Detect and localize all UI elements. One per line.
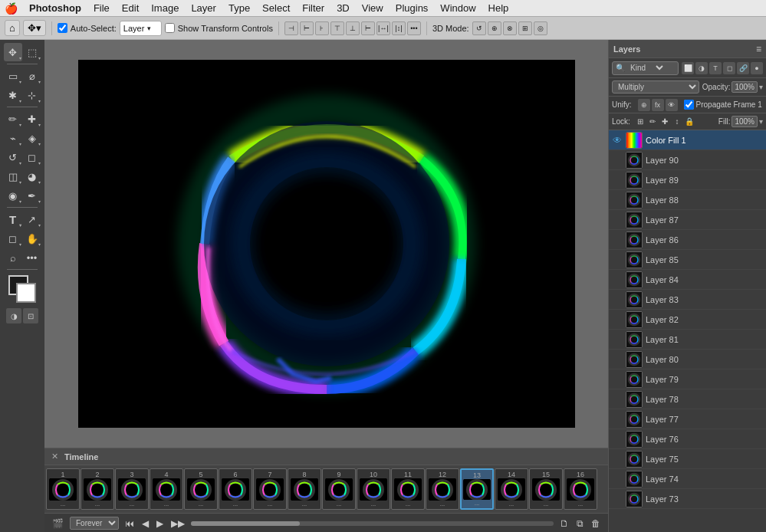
filter-shape-icon[interactable]: ◻ [723, 62, 735, 74]
show-transform-checkbox[interactable] [165, 23, 175, 33]
lock-position-icon[interactable]: ✏ [647, 117, 658, 127]
loop-select[interactable]: Forever Once 3 Times [70, 517, 119, 530]
layer-item-10[interactable]: Layer 81 [609, 330, 766, 350]
menu-edit[interactable]: Edit [117, 1, 144, 15]
filter-selected-icon[interactable]: ● [751, 62, 763, 74]
frame-item-16[interactable]: 16 ... [564, 468, 597, 510]
frame-item-10[interactable]: 10 ... [357, 468, 390, 510]
fill-arrow-icon[interactable]: ▾ [759, 117, 763, 126]
type-tool[interactable]: T▾ [4, 210, 22, 228]
align-bottom-icon[interactable]: ⊢ [361, 21, 375, 35]
menu-plugins[interactable]: Plugins [390, 1, 434, 15]
layer-visibility-icon[interactable] [612, 494, 623, 504]
layer-item-17[interactable]: Layer 74 [609, 469, 766, 489]
move-options-button[interactable]: ✥▾ [23, 20, 46, 36]
dodge-tool[interactable]: ◉▾ [4, 186, 22, 205]
prev-frame-button[interactable]: ◀ [140, 517, 150, 530]
history-brush-tool[interactable]: ↺▾ [4, 148, 22, 166]
filter-smart-icon[interactable]: 🔗 [737, 62, 749, 74]
duplicate-button[interactable]: ⧉ [575, 517, 585, 530]
shape-tool[interactable]: ◻▾ [4, 229, 22, 248]
quick-select-tool[interactable]: ✱▾ [4, 86, 22, 104]
menu-type[interactable]: Type [223, 1, 255, 15]
frame-item-12[interactable]: 12 ... [426, 468, 459, 510]
screen-mode-icon[interactable]: ⊡ [23, 308, 38, 323]
layer-item-8[interactable]: Layer 83 [609, 290, 766, 310]
align-right-icon[interactable]: ⊦ [315, 21, 329, 35]
layer-item-14[interactable]: Layer 77 [609, 409, 766, 429]
menu-select[interactable]: Select [257, 1, 295, 15]
3d-rotate-icon[interactable]: ↺ [472, 21, 486, 35]
opacity-value[interactable]: 100% [731, 81, 758, 93]
frame-item-13[interactable]: 13 ... [460, 468, 494, 510]
layer-item-5[interactable]: Layer 86 [609, 230, 766, 250]
lock-icon[interactable]: 🔒 [684, 117, 695, 127]
add-media-button[interactable]: 🎬 [51, 517, 65, 530]
more-align-icon[interactable]: ••• [407, 21, 421, 35]
menu-layer[interactable]: Layer [186, 1, 222, 15]
layer-visibility-icon[interactable] [612, 294, 623, 305]
background-color[interactable] [16, 283, 36, 303]
layer-item-6[interactable]: Layer 85 [609, 250, 766, 270]
opacity-arrow-icon[interactable]: ▾ [759, 83, 763, 91]
layer-item-7[interactable]: Layer 84 [609, 270, 766, 290]
menu-image[interactable]: Image [146, 1, 184, 15]
play-button[interactable]: ▶ [155, 517, 165, 530]
layer-visibility-icon[interactable] [612, 175, 623, 186]
timeline-frames[interactable]: 1 ... 2 ... 3 [44, 465, 608, 513]
path-select-tool[interactable]: ↗▾ [23, 210, 41, 228]
layer-visibility-icon[interactable] [612, 235, 623, 245]
layers-list[interactable]: 👁 Color Fill 1 Layer 90 Layer 89 Layer 8… [609, 130, 766, 532]
menu-window[interactable]: Window [435, 1, 481, 15]
eraser-tool[interactable]: ◻▾ [23, 148, 41, 166]
unify-visibility-icon[interactable]: 👁 [666, 99, 678, 111]
menu-view[interactable]: View [357, 1, 389, 15]
layer-item-9[interactable]: Layer 82 [609, 310, 766, 330]
menu-3d[interactable]: 3D [331, 1, 355, 15]
layer-item-0[interactable]: 👁 Color Fill 1 [609, 130, 766, 150]
zoom-tool[interactable]: ⌕ [4, 248, 22, 267]
first-frame-button[interactable]: ⏮ [123, 517, 136, 530]
clone-tool[interactable]: ◈▾ [23, 129, 41, 147]
filter-adjust-icon[interactable]: ◑ [695, 62, 708, 74]
filter-type-icon[interactable]: T [709, 62, 722, 74]
frame-item-5[interactable]: 5 ... [184, 468, 218, 510]
distribute-icon[interactable]: |↔| [376, 21, 390, 35]
frame-item-15[interactable]: 15 ... [529, 468, 563, 510]
lock-artboard-icon[interactable]: ✚ [659, 117, 670, 127]
align-top-icon[interactable]: ⊤ [330, 21, 344, 35]
new-frame-button[interactable]: 🗋 [558, 517, 570, 530]
gradient-tool[interactable]: ◫▾ [4, 167, 22, 186]
layer-item-12[interactable]: Layer 79 [609, 369, 766, 389]
layer-visibility-icon[interactable] [612, 414, 623, 425]
lock-all-icon[interactable]: ↕ [672, 117, 682, 127]
rect-select-tool[interactable]: ▭▾ [4, 67, 22, 85]
quick-mask-icon[interactable]: ◑ [6, 308, 21, 323]
align-center-v-icon[interactable]: ⊥ [346, 21, 360, 35]
layer-item-2[interactable]: Layer 89 [609, 170, 766, 190]
filter-kind-dropdown[interactable]: Kind Name Effect [625, 62, 666, 74]
blur-tool[interactable]: ◕▾ [23, 167, 41, 186]
home-button[interactable]: ⌂ [5, 20, 20, 36]
layer-item-15[interactable]: Layer 76 [609, 429, 766, 449]
layer-visibility-icon[interactable] [612, 314, 623, 325]
next-frame-button[interactable]: ▶▶ [169, 517, 186, 530]
layer-visibility-icon[interactable] [612, 274, 623, 285]
unify-style-icon[interactable]: fx [652, 99, 664, 111]
layer-visibility-icon[interactable] [612, 334, 623, 345]
blend-mode-dropdown[interactable]: Multiply Normal Screen Overlay [612, 80, 699, 94]
layer-visibility-icon[interactable] [612, 255, 623, 265]
layer-visibility-icon[interactable] [612, 374, 623, 385]
align-left-icon[interactable]: ⊣ [284, 21, 298, 35]
layer-item-1[interactable]: Layer 90 [609, 150, 766, 170]
canvas[interactable] [78, 60, 575, 428]
propagate-checkbox[interactable] [684, 100, 694, 110]
layer-visibility-icon[interactable] [612, 195, 623, 205]
align-center-h-icon[interactable]: ⊢ [300, 21, 314, 35]
layer-item-16[interactable]: Layer 75 [609, 449, 766, 469]
filter-pixel-icon[interactable]: ⬜ [682, 62, 694, 74]
brush-tool[interactable]: ⌁▾ [4, 129, 22, 147]
layer-visibility-icon[interactable] [612, 394, 623, 405]
frame-item-7[interactable]: 7 ... [253, 468, 287, 510]
menu-file[interactable]: File [88, 1, 115, 15]
